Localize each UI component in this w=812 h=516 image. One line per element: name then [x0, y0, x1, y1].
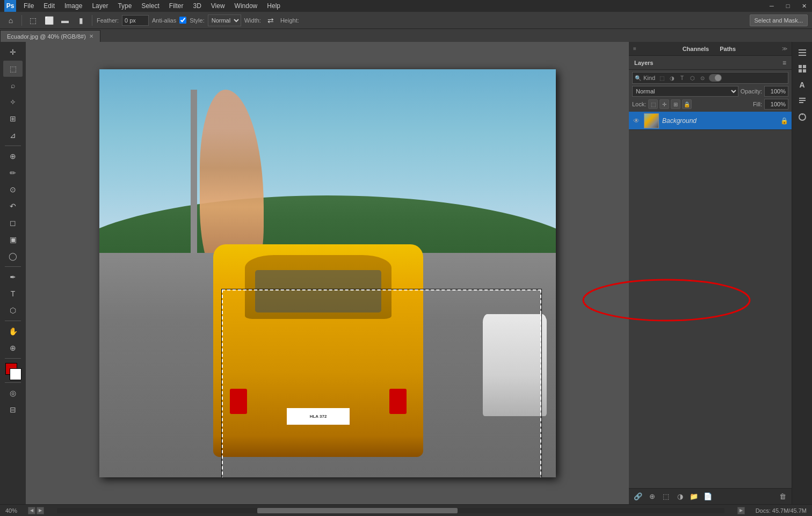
background-color[interactable] — [10, 368, 21, 380]
menu-layer[interactable]: Layer — [88, 1, 112, 11]
lock-position-icon[interactable]: ✛ — [659, 99, 669, 109]
link-layers-button[interactable]: 🔗 — [632, 491, 644, 503]
quick-select-tool[interactable]: ✧ — [3, 94, 23, 110]
layer-name: Background — [662, 117, 777, 125]
anti-alias-checkbox[interactable] — [179, 17, 186, 24]
move-tool[interactable]: ✛ — [3, 44, 23, 60]
collapse-icon[interactable]: ≡ — [633, 46, 636, 52]
eraser-tool[interactable]: ◻ — [3, 215, 23, 231]
paths-tab[interactable]: Paths — [720, 46, 736, 52]
lock-all-icon[interactable]: 🔒 — [682, 99, 692, 109]
add-mask-button[interactable]: ⬚ — [660, 491, 672, 503]
blend-mode-row: Normal Opacity: — [632, 86, 788, 97]
adjustment-filter-icon[interactable]: ◑ — [668, 74, 676, 82]
scroll-right-button[interactable]: ▶ — [737, 507, 745, 514]
style-select[interactable]: Normal — [208, 14, 241, 26]
crop-tool[interactable]: ⊞ — [3, 111, 23, 127]
pixel-filter-icon[interactable]: ⬚ — [657, 74, 666, 82]
clone-tool[interactable]: ⊙ — [3, 181, 23, 198]
menu-image[interactable]: Image — [60, 1, 86, 11]
nav-prev-button[interactable]: ◀ — [28, 507, 35, 514]
shape-tool[interactable]: ⬡ — [3, 302, 23, 318]
smart-filter-icon[interactable]: ⊙ — [698, 74, 707, 82]
tab-close-button[interactable]: ✕ — [89, 33, 93, 39]
lock-pixels-icon[interactable]: ⬚ — [648, 99, 658, 109]
character-panel-icon[interactable]: A — [795, 77, 810, 92]
svg-rect-4 — [799, 65, 802, 68]
layer-thumb-image — [644, 114, 658, 128]
minimize-button[interactable]: ─ — [764, 0, 780, 12]
layer-row-background[interactable]: 👁 Background 🔒 — [629, 112, 792, 130]
quick-mask-tool[interactable]: ◎ — [3, 385, 23, 401]
menu-bar: Ps File Edit Image Layer Type Select Fil… — [0, 0, 812, 12]
properties-panel-icon[interactable] — [795, 45, 810, 60]
svg-rect-9 — [799, 100, 806, 101]
menu-select[interactable]: Select — [137, 1, 163, 11]
blend-mode-select[interactable]: Normal — [632, 86, 738, 97]
eyedropper-tool[interactable]: ⊿ — [3, 127, 23, 143]
add-style-button[interactable]: ⊕ — [646, 491, 658, 503]
tab-label: Ecuador.jpg @ 40% (RGB/8#) — [7, 33, 86, 40]
paragraph-panel-icon[interactable] — [795, 93, 810, 108]
history-tool[interactable]: ↶ — [3, 198, 23, 214]
layers-menu-button[interactable]: ≡ — [782, 59, 786, 67]
gradient-tool[interactable]: ▣ — [3, 231, 23, 248]
anti-alias-label: Anti-alias — [152, 17, 176, 24]
home-icon[interactable]: ⌂ — [4, 14, 17, 27]
close-button[interactable]: ✕ — [796, 0, 812, 12]
feather-input[interactable] — [122, 15, 149, 26]
brush-settings-panel-icon[interactable] — [795, 110, 810, 125]
brush-tool[interactable]: ✏ — [3, 165, 23, 181]
photo-canvas[interactable]: HLA 372 — [99, 69, 556, 477]
select-and-mask-button[interactable]: Select and Mask... — [750, 14, 808, 26]
menu-edit[interactable]: Edit — [39, 1, 59, 11]
new-group-button[interactable]: 📁 — [688, 491, 700, 503]
healing-tool[interactable]: ⊕ — [3, 148, 23, 164]
opacity-input[interactable] — [764, 86, 788, 97]
canvas-scrollbar[interactable] — [57, 508, 724, 513]
layers-bottom-toolbar: 🔗 ⊕ ⬚ ◑ 📁 📄 🗑 — [629, 488, 792, 504]
expand-button[interactable]: ≫ — [782, 46, 787, 52]
document-tab[interactable]: Ecuador.jpg @ 40% (RGB/8#) ✕ — [0, 30, 100, 42]
swap-icon[interactable]: ⇄ — [264, 14, 277, 27]
type-tool[interactable]: T — [3, 286, 23, 302]
lock-artboard-icon[interactable]: ⊞ — [671, 99, 680, 109]
delete-layer-button[interactable]: 🗑 — [777, 491, 788, 503]
style-label: Style: — [190, 17, 205, 24]
menu-window[interactable]: Window — [230, 1, 262, 11]
toolbar-separator — [21, 15, 22, 26]
rect-marquee-icon[interactable]: ⬚ — [26, 14, 39, 27]
new-layer-button[interactable]: 📄 — [702, 491, 714, 503]
lasso-tool[interactable]: ⌕ — [3, 77, 23, 93]
content-area: ✛ ⬚ ⌕ ✧ ⊞ ⊿ ⊕ ✏ ⊙ ↶ ◻ ▣ ◯ ✒ T ⬡ ✋ ⊕ — [0, 42, 812, 504]
taxi-element: HLA 372 — [213, 244, 423, 456]
text-filter-icon[interactable]: T — [678, 74, 686, 82]
shape-filter-icon[interactable]: ⬡ — [688, 74, 697, 82]
fill-input[interactable] — [764, 99, 788, 110]
add-adjustment-button[interactable]: ◑ — [674, 491, 686, 503]
nav-next-button[interactable]: ▶ — [37, 507, 44, 514]
row-marquee-icon[interactable]: ▬ — [59, 14, 71, 27]
col-marquee-icon[interactable]: ▮ — [75, 14, 88, 27]
menu-type[interactable]: Type — [113, 1, 136, 11]
hand-tool[interactable]: ✋ — [3, 323, 23, 339]
layer-filter-toggle[interactable] — [709, 74, 722, 82]
maximize-button[interactable]: □ — [780, 0, 796, 12]
screen-mode-tool[interactable]: ⊟ — [3, 402, 23, 418]
pen-tool[interactable]: ✒ — [3, 269, 23, 285]
menu-view[interactable]: View — [207, 1, 229, 11]
menu-filter[interactable]: Filter — [165, 1, 188, 11]
dodge-tool[interactable]: ◯ — [3, 248, 23, 264]
feather-label: Feather: — [97, 17, 119, 24]
menu-3d[interactable]: 3D — [189, 1, 205, 11]
libraries-panel-icon[interactable] — [795, 61, 810, 76]
menu-file[interactable]: File — [19, 1, 38, 11]
tool-separator-3 — [5, 321, 21, 321]
menu-help[interactable]: Help — [263, 1, 285, 11]
ellip-marquee-icon[interactable]: ⬜ — [42, 14, 55, 27]
zoom-tool[interactable]: ⊕ — [3, 340, 23, 356]
marquee-tool[interactable]: ⬚ — [3, 61, 23, 77]
channels-tab[interactable]: Channels — [683, 46, 709, 52]
layer-visibility-icon[interactable]: 👁 — [632, 117, 641, 125]
tool-separator-5 — [5, 382, 21, 383]
